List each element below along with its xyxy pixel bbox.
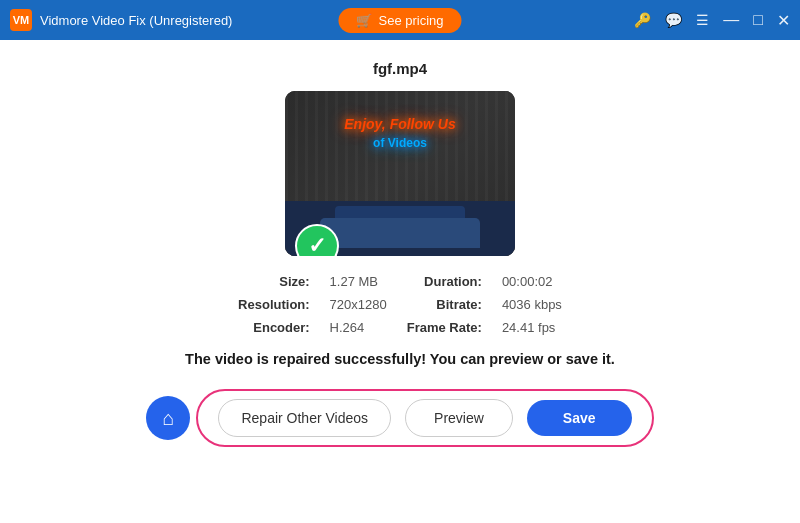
repair-other-videos-button[interactable]: Repair Other Videos — [218, 399, 391, 437]
preview-button-label: Preview — [434, 410, 484, 426]
bitrate-label: Bitrate: — [407, 297, 482, 312]
logo-text: VM — [13, 14, 30, 26]
file-info-grid: Size: 1.27 MB Duration: 00:00:02 Resolut… — [238, 274, 562, 335]
bitrate-value: 4036 kbps — [502, 297, 562, 312]
neon-text-1: Enjoy, Follow Us — [344, 116, 456, 132]
resolution-value: 720x1280 — [330, 297, 387, 312]
app-logo: VM — [10, 9, 32, 31]
menu-icon[interactable]: ☰ — [696, 12, 709, 28]
cart-icon: 🛒 — [356, 13, 372, 28]
encoder-value: H.264 — [330, 320, 387, 335]
success-message: The video is repaired successfully! You … — [185, 351, 615, 367]
preview-button[interactable]: Preview — [405, 399, 513, 437]
repair-button-label: Repair Other Videos — [241, 410, 368, 426]
home-button[interactable]: ⌂ — [146, 396, 190, 440]
action-bar-inner: Repair Other Videos Preview Save — [196, 389, 653, 447]
maximize-button[interactable]: □ — [753, 11, 763, 29]
video-thumbnail-container: Enjoy, Follow Us of Videos ✓ — [285, 91, 515, 256]
see-pricing-label: See pricing — [378, 13, 443, 28]
main-content: fgf.mp4 Enjoy, Follow Us of Videos ✓ Siz… — [0, 40, 800, 523]
size-value: 1.27 MB — [330, 274, 387, 289]
framerate-label: Frame Rate: — [407, 320, 482, 335]
neon-text-2: of Videos — [373, 136, 427, 150]
file-name: fgf.mp4 — [373, 60, 427, 77]
app-title: Vidmore Video Fix (Unregistered) — [40, 13, 232, 28]
duration-label: Duration: — [407, 274, 482, 289]
save-button[interactable]: Save — [527, 400, 632, 436]
see-pricing-button[interactable]: 🛒 See pricing — [338, 8, 461, 33]
key-icon[interactable]: 🔑 — [634, 12, 651, 28]
close-button[interactable]: ✕ — [777, 11, 790, 30]
window-controls: 🔑 💬 ☰ — □ ✕ — [634, 11, 790, 30]
framerate-value: 24.41 fps — [502, 320, 562, 335]
sofa-shape — [320, 218, 480, 248]
titlebar-left: VM Vidmore Video Fix (Unregistered) — [10, 9, 232, 31]
action-bar: ⌂ Repair Other Videos Preview Save — [20, 389, 780, 447]
minimize-button[interactable]: — — [723, 11, 739, 29]
save-button-label: Save — [563, 410, 596, 426]
duration-value: 00:00:02 — [502, 274, 562, 289]
titlebar: VM Vidmore Video Fix (Unregistered) 🛒 Se… — [0, 0, 800, 40]
size-label: Size: — [238, 274, 310, 289]
resolution-label: Resolution: — [238, 297, 310, 312]
chat-icon[interactable]: 💬 — [665, 12, 682, 28]
home-icon: ⌂ — [162, 407, 174, 430]
encoder-label: Encoder: — [238, 320, 310, 335]
